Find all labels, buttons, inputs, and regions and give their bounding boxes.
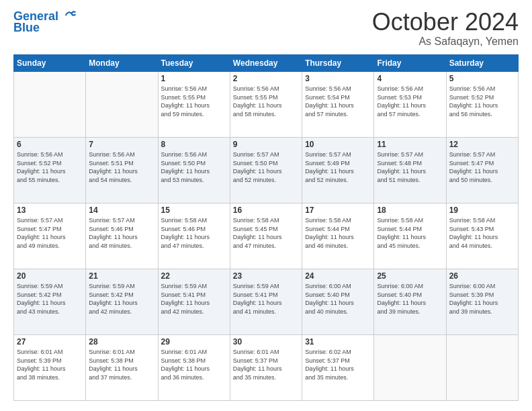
table-row: 7Sunrise: 5:56 AM Sunset: 5:51 PM Daylig…: [86, 138, 158, 203]
day-number: 11: [377, 140, 443, 149]
table-row: 5Sunrise: 5:56 AM Sunset: 5:52 PM Daylig…: [446, 72, 518, 138]
day-number: 27: [17, 337, 83, 347]
day-number: 5: [449, 74, 515, 83]
day-info: Sunrise: 6:00 AM Sunset: 5:39 PM Dayligh…: [449, 282, 515, 316]
day-info: Sunrise: 5:58 AM Sunset: 5:43 PM Dayligh…: [449, 216, 515, 250]
day-number: 30: [233, 337, 299, 347]
day-info: Sunrise: 5:56 AM Sunset: 5:55 PM Dayligh…: [233, 85, 299, 118]
day-number: 12: [449, 140, 515, 149]
day-info: Sunrise: 5:59 AM Sunset: 5:42 PM Dayligh…: [89, 282, 154, 316]
day-info: Sunrise: 5:56 AM Sunset: 5:50 PM Dayligh…: [161, 150, 227, 184]
logo: General Blue: [13, 10, 78, 35]
day-number: 14: [89, 205, 154, 215]
table-row: 23Sunrise: 5:59 AM Sunset: 5:41 PM Dayli…: [230, 269, 302, 335]
day-info: Sunrise: 5:57 AM Sunset: 5:48 PM Dayligh…: [377, 150, 443, 184]
table-row: 6Sunrise: 5:56 AM Sunset: 5:52 PM Daylig…: [14, 138, 86, 203]
day-number: 21: [89, 271, 154, 281]
page: General Blue October 2024 As Safaqayn, Y…: [0, 0, 532, 411]
calendar-week-3: 13Sunrise: 5:57 AM Sunset: 5:47 PM Dayli…: [14, 203, 519, 269]
table-row: 21Sunrise: 5:59 AM Sunset: 5:42 PM Dayli…: [86, 269, 158, 335]
day-info: Sunrise: 6:00 AM Sunset: 5:40 PM Dayligh…: [305, 282, 371, 316]
col-saturday: Saturday: [446, 55, 518, 72]
day-info: Sunrise: 5:58 AM Sunset: 5:44 PM Dayligh…: [305, 216, 371, 250]
col-thursday: Thursday: [302, 55, 374, 72]
day-info: Sunrise: 5:57 AM Sunset: 5:50 PM Dayligh…: [233, 150, 299, 184]
day-number: 18: [377, 205, 443, 215]
location-title: As Safaqayn, Yemen: [372, 36, 519, 48]
day-number: 23: [233, 271, 299, 281]
day-number: 15: [161, 205, 227, 215]
day-info: Sunrise: 6:00 AM Sunset: 5:40 PM Dayligh…: [377, 282, 443, 316]
table-row: [374, 335, 446, 401]
day-info: Sunrise: 5:56 AM Sunset: 5:54 PM Dayligh…: [305, 85, 371, 118]
table-row: 20Sunrise: 5:59 AM Sunset: 5:42 PM Dayli…: [14, 269, 86, 335]
day-number: 6: [17, 140, 83, 149]
day-number: 3: [305, 74, 371, 83]
day-number: 25: [377, 271, 443, 281]
table-row: 12Sunrise: 5:57 AM Sunset: 5:47 PM Dayli…: [446, 138, 518, 203]
table-row: 16Sunrise: 5:58 AM Sunset: 5:45 PM Dayli…: [230, 203, 302, 269]
table-row: [86, 72, 158, 138]
table-row: 4Sunrise: 5:56 AM Sunset: 5:53 PM Daylig…: [374, 72, 446, 138]
day-info: Sunrise: 5:58 AM Sunset: 5:46 PM Dayligh…: [161, 216, 227, 250]
table-row: 31Sunrise: 6:02 AM Sunset: 5:37 PM Dayli…: [302, 335, 374, 401]
title-block: October 2024 As Safaqayn, Yemen: [372, 10, 519, 48]
day-number: 4: [377, 74, 443, 83]
table-row: 30Sunrise: 6:01 AM Sunset: 5:37 PM Dayli…: [230, 335, 302, 401]
day-number: 9: [233, 140, 299, 149]
day-info: Sunrise: 5:58 AM Sunset: 5:45 PM Dayligh…: [233, 216, 299, 250]
table-row: 15Sunrise: 5:58 AM Sunset: 5:46 PM Dayli…: [158, 203, 230, 269]
calendar-week-5: 27Sunrise: 6:01 AM Sunset: 5:39 PM Dayli…: [14, 335, 519, 401]
calendar-week-1: 1Sunrise: 5:56 AM Sunset: 5:55 PM Daylig…: [14, 72, 519, 138]
calendar-header-row: Sunday Monday Tuesday Wednesday Thursday…: [14, 55, 519, 72]
col-sunday: Sunday: [14, 55, 86, 72]
day-info: Sunrise: 5:59 AM Sunset: 5:41 PM Dayligh…: [233, 282, 299, 316]
table-row: [14, 72, 86, 138]
calendar-week-4: 20Sunrise: 5:59 AM Sunset: 5:42 PM Dayli…: [14, 269, 519, 335]
header: General Blue October 2024 As Safaqayn, Y…: [13, 10, 519, 48]
day-number: 17: [305, 205, 371, 215]
table-row: [446, 335, 518, 401]
table-row: 25Sunrise: 6:00 AM Sunset: 5:40 PM Dayli…: [374, 269, 446, 335]
col-friday: Friday: [374, 55, 446, 72]
day-info: Sunrise: 5:56 AM Sunset: 5:51 PM Dayligh…: [89, 150, 154, 184]
day-info: Sunrise: 5:56 AM Sunset: 5:52 PM Dayligh…: [17, 150, 83, 184]
table-row: 10Sunrise: 5:57 AM Sunset: 5:49 PM Dayli…: [302, 138, 374, 203]
table-row: 17Sunrise: 5:58 AM Sunset: 5:44 PM Dayli…: [302, 203, 374, 269]
day-info: Sunrise: 5:57 AM Sunset: 5:47 PM Dayligh…: [449, 150, 515, 184]
table-row: 11Sunrise: 5:57 AM Sunset: 5:48 PM Dayli…: [374, 138, 446, 203]
table-row: 26Sunrise: 6:00 AM Sunset: 5:39 PM Dayli…: [446, 269, 518, 335]
day-info: Sunrise: 5:59 AM Sunset: 5:41 PM Dayligh…: [161, 282, 227, 316]
table-row: 18Sunrise: 5:58 AM Sunset: 5:44 PM Dayli…: [374, 203, 446, 269]
day-info: Sunrise: 6:02 AM Sunset: 5:37 PM Dayligh…: [305, 348, 371, 381]
table-row: 27Sunrise: 6:01 AM Sunset: 5:39 PM Dayli…: [14, 335, 86, 401]
day-info: Sunrise: 5:56 AM Sunset: 5:53 PM Dayligh…: [377, 85, 443, 118]
table-row: 28Sunrise: 6:01 AM Sunset: 5:38 PM Dayli…: [86, 335, 158, 401]
col-wednesday: Wednesday: [230, 55, 302, 72]
table-row: 19Sunrise: 5:58 AM Sunset: 5:43 PM Dayli…: [446, 203, 518, 269]
day-number: 13: [17, 205, 83, 215]
table-row: 13Sunrise: 5:57 AM Sunset: 5:47 PM Dayli…: [14, 203, 86, 269]
day-number: 16: [233, 205, 299, 215]
calendar-week-2: 6Sunrise: 5:56 AM Sunset: 5:52 PM Daylig…: [14, 138, 519, 203]
table-row: 22Sunrise: 5:59 AM Sunset: 5:41 PM Dayli…: [158, 269, 230, 335]
day-number: 10: [305, 140, 371, 149]
day-number: 7: [89, 140, 154, 149]
day-info: Sunrise: 5:56 AM Sunset: 5:52 PM Dayligh…: [449, 85, 515, 118]
day-number: 2: [233, 74, 299, 83]
day-info: Sunrise: 6:01 AM Sunset: 5:39 PM Dayligh…: [17, 348, 83, 381]
day-number: 20: [17, 271, 83, 281]
table-row: 1Sunrise: 5:56 AM Sunset: 5:55 PM Daylig…: [158, 72, 230, 138]
table-row: 8Sunrise: 5:56 AM Sunset: 5:50 PM Daylig…: [158, 138, 230, 203]
day-number: 31: [305, 337, 371, 347]
day-info: Sunrise: 5:57 AM Sunset: 5:46 PM Dayligh…: [89, 216, 154, 250]
day-info: Sunrise: 5:59 AM Sunset: 5:42 PM Dayligh…: [17, 282, 83, 316]
day-info: Sunrise: 5:56 AM Sunset: 5:55 PM Dayligh…: [161, 85, 227, 118]
day-info: Sunrise: 5:58 AM Sunset: 5:44 PM Dayligh…: [377, 216, 443, 250]
day-info: Sunrise: 6:01 AM Sunset: 5:38 PM Dayligh…: [89, 348, 154, 381]
day-info: Sunrise: 5:57 AM Sunset: 5:49 PM Dayligh…: [305, 150, 371, 184]
day-number: 24: [305, 271, 371, 281]
table-row: 9Sunrise: 5:57 AM Sunset: 5:50 PM Daylig…: [230, 138, 302, 203]
col-tuesday: Tuesday: [158, 55, 230, 72]
calendar-table: Sunday Monday Tuesday Wednesday Thursday…: [13, 54, 519, 401]
